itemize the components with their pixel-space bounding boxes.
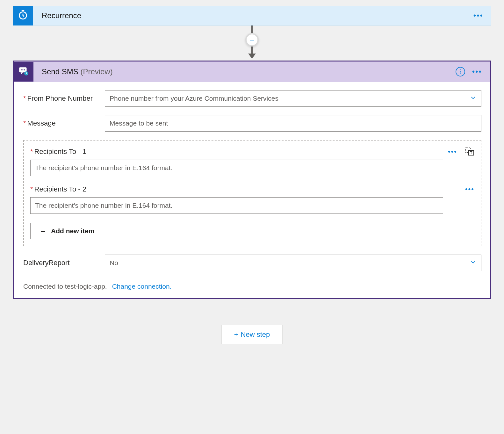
chat-bubble-icon: [18, 66, 29, 78]
recurrence-icon-box: [13, 6, 33, 25]
new-step-label: New step: [241, 330, 270, 339]
recipient-1-label-text: Recipients To - 1: [34, 148, 86, 156]
recipient-2-label: *Recipients To - 2: [30, 185, 86, 193]
recipient-2-placeholder: The recipient's phone number in E.164 fo…: [35, 202, 172, 209]
send-sms-header[interactable]: Send SMS (Preview) i •••: [14, 61, 490, 82]
recipient-1-input[interactable]: The recipient's phone number in E.164 fo…: [30, 160, 443, 176]
insert-step-button[interactable]: ＋: [245, 33, 259, 47]
recipient-2-label-text: Recipients To - 2: [34, 185, 86, 193]
plus-icon: ＋: [39, 227, 47, 235]
svg-point-4: [24, 69, 25, 70]
recipient-2-actions: •••: [465, 185, 474, 193]
add-new-item-label: Add new item: [51, 227, 95, 235]
message-control: Message to be sent: [105, 115, 481, 132]
clock-icon: [18, 10, 28, 22]
required-asterisk: *: [30, 148, 33, 156]
connector-top: ＋: [13, 25, 491, 61]
recipient-1-placeholder: The recipient's phone number in E.164 fo…: [35, 164, 172, 172]
recipient-1-input-wrap: The recipient's phone number in E.164 fo…: [30, 160, 474, 176]
delivery-report-row: DeliveryReport No: [23, 255, 481, 271]
from-phone-select[interactable]: Phone number from your Azure Communicati…: [105, 90, 481, 107]
from-phone-row: *From Phone Number Phone number from you…: [23, 90, 481, 107]
sms-header-actions: i •••: [456, 67, 490, 76]
chevron-down-icon: [470, 259, 477, 267]
svg-point-3: [22, 69, 23, 70]
recipient-1-header: *Recipients To - 1 ••• T: [30, 148, 474, 156]
required-asterisk: *: [23, 94, 26, 102]
plus-icon: +: [234, 330, 238, 339]
required-asterisk: *: [23, 119, 26, 127]
sms-preview-suffix: (Preview): [80, 67, 112, 76]
from-phone-label: *From Phone Number: [23, 94, 105, 103]
recurrence-title: Recurrence: [33, 11, 473, 20]
message-placeholder: Message to be sent: [110, 119, 168, 127]
recurrence-card[interactable]: Recurrence •••: [13, 6, 491, 25]
message-label: *Message: [23, 119, 105, 127]
plus-icon: ＋: [248, 35, 256, 45]
connector-line: [252, 299, 252, 325]
connector-line: [251, 47, 253, 54]
send-sms-card: Send SMS (Preview) i ••• *From Phone Num…: [13, 61, 491, 299]
recipient-row-1: *Recipients To - 1 ••• T: [30, 148, 474, 176]
required-asterisk: *: [30, 185, 33, 193]
from-phone-control: Phone number from your Azure Communicati…: [105, 90, 481, 107]
message-label-text: Message: [27, 119, 56, 127]
recipient-2-input-wrap: The recipient's phone number in E.164 fo…: [30, 197, 474, 214]
recipient-row-2: *Recipients To - 2 ••• The recipient's p…: [30, 185, 474, 214]
chevron-down-icon: [470, 94, 477, 103]
delivery-report-value: No: [110, 259, 118, 267]
message-row: *Message Message to be sent: [23, 115, 481, 132]
recurrence-more-button[interactable]: •••: [473, 11, 491, 20]
change-connection-link[interactable]: Change connection.: [112, 283, 172, 290]
sms-title-text: Send SMS: [42, 67, 78, 76]
svg-text:T: T: [470, 151, 472, 155]
sms-body: *From Phone Number Phone number from you…: [14, 82, 490, 298]
from-phone-label-text: From Phone Number: [27, 94, 93, 102]
recipient-1-label: *Recipients To - 1: [30, 148, 86, 156]
new-step-button[interactable]: + New step: [221, 325, 283, 344]
message-input[interactable]: Message to be sent: [105, 115, 481, 132]
connected-to-text: Connected to test-logic-app.: [23, 283, 107, 290]
connector-bottom: + New step: [13, 299, 491, 344]
recipient-2-input[interactable]: The recipient's phone number in E.164 fo…: [30, 197, 443, 214]
sms-more-button[interactable]: •••: [472, 67, 482, 76]
delivery-report-select[interactable]: No: [105, 255, 481, 271]
delivery-report-label: DeliveryReport: [23, 259, 105, 267]
recipient-1-more-button[interactable]: •••: [448, 148, 457, 156]
delivery-report-control: No: [105, 255, 481, 271]
recipient-1-actions: ••• T: [448, 148, 474, 156]
add-new-item-button[interactable]: ＋ Add new item: [30, 223, 103, 239]
recipient-2-more-button[interactable]: •••: [465, 185, 474, 193]
recipients-group: *Recipients To - 1 ••• T: [23, 140, 481, 246]
switch-to-text-mode-icon[interactable]: T: [465, 148, 474, 156]
recipient-2-header: *Recipients To - 2 •••: [30, 185, 474, 193]
connector-line: [251, 25, 253, 33]
from-phone-placeholder: Phone number from your Azure Communicati…: [110, 95, 278, 102]
info-icon[interactable]: i: [456, 67, 465, 76]
send-sms-title: Send SMS (Preview): [33, 67, 456, 76]
sms-icon-box: [14, 62, 33, 82]
svg-point-2: [21, 69, 22, 70]
arrow-down-icon: [248, 54, 256, 59]
connection-footer: Connected to test-logic-app. Change conn…: [23, 283, 481, 290]
